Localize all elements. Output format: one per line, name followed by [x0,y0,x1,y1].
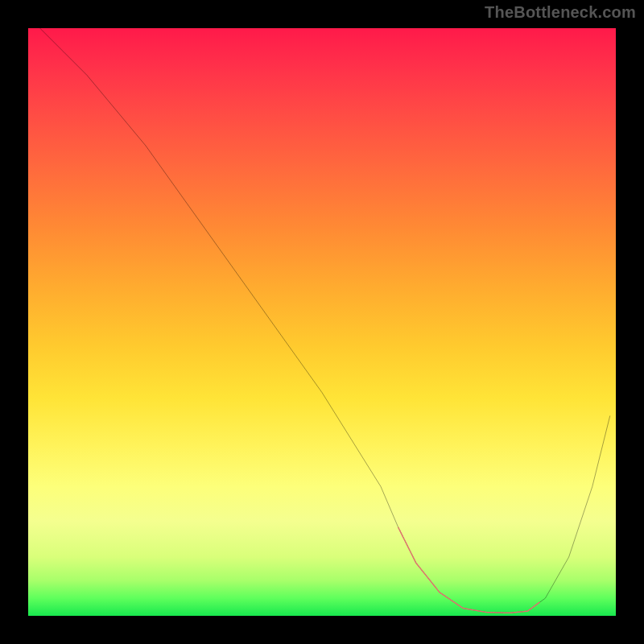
ideal-zone-highlight-path [398,528,539,613]
watermark-text: TheBottleneck.com [485,3,636,22]
chart-stage: TheBottleneck.com [0,0,644,644]
bottleneck-curve-path [40,28,610,613]
plot-area [28,28,616,616]
curve-layer [28,28,616,616]
